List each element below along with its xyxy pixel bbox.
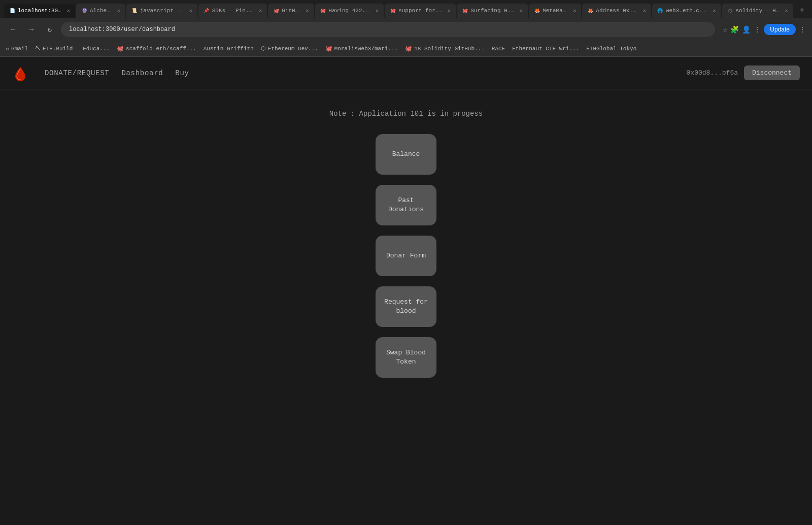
update-button[interactable]: Update (764, 24, 796, 35)
tab-favicon: 🦊 (587, 8, 593, 14)
tab-label: Surfacing H... (470, 8, 515, 14)
bookmark-austin[interactable]: Austin Griffith (204, 46, 254, 52)
tab-javascript[interactable]: 📜 javascript -... ✕ (126, 4, 197, 18)
tab-label: support for... (398, 8, 443, 14)
bookmark-scaffold[interactable]: 🐙 scaffold-eth/scaff... (117, 45, 196, 52)
tab-close-icon[interactable]: ✕ (259, 8, 262, 14)
tab-close-icon[interactable]: ✕ (643, 8, 646, 14)
bookmark-race[interactable]: RACE (492, 46, 505, 52)
bookmark-label: Austin Griffith (204, 46, 254, 52)
bookmark-icon: 🐙 (405, 45, 412, 52)
bookmark-label: scaffold-eth/scaff... (126, 46, 196, 52)
note-text: Note : Application 101 is in progess (329, 110, 483, 118)
forward-button[interactable]: → (24, 22, 39, 37)
bookmark-icon: ✉ (6, 46, 9, 52)
bookmark-moralis[interactable]: 🐙 MoralisWeb3/mati... (325, 45, 398, 52)
tab-close-icon[interactable]: ✕ (448, 8, 451, 14)
tab-close-icon[interactable]: ✕ (189, 8, 192, 14)
bookmark-icon[interactable]: ☆ (723, 25, 727, 34)
tab-label: javascript -... (140, 8, 185, 14)
bookmark-label: Ethernaut CTF Wri... (512, 46, 579, 52)
app-logo (12, 65, 28, 81)
tab-favicon: 📌 (204, 8, 210, 14)
bookmark-icon: ⬡ (261, 45, 266, 52)
address-bar-row: ← → ↻ localhost:3000/user/dashboard ☆ 🧩 … (0, 18, 812, 41)
tab-favicon: 🐙 (320, 8, 326, 14)
bookmark-icon: 🐙 (117, 45, 124, 52)
request-blood-button[interactable]: Request for blood (376, 286, 436, 327)
bookmark-label: ETHGlobal Tokyo (586, 46, 636, 52)
nav-dashboard[interactable]: Dashboard (121, 69, 163, 77)
refresh-button[interactable]: ↻ (43, 22, 57, 37)
tab-close-icon[interactable]: ✕ (573, 8, 576, 14)
tab-favicon: 🌐 (657, 8, 663, 14)
tab-bar: 📄 localhost:3000 ✕ 🔮 Alchemy ✕ 📜 javascr… (0, 0, 812, 18)
tab-close-icon[interactable]: ✕ (520, 8, 523, 14)
tab-surfacing[interactable]: 🐙 Surfacing H... ✕ (457, 4, 528, 18)
settings-icon[interactable]: ⋮ (799, 25, 806, 34)
nav-buy[interactable]: Buy (175, 69, 189, 77)
balance-button[interactable]: Balance (376, 134, 436, 175)
tab-support[interactable]: 🐙 support for... ✕ (385, 4, 456, 18)
bookmark-label: RACE (492, 46, 505, 52)
bookmark-gmail[interactable]: ✉ Gmail (6, 46, 28, 52)
tab-close-icon[interactable]: ✕ (67, 8, 70, 14)
tab-favicon: 📄 (9, 8, 15, 14)
menu-icon[interactable]: ⋮ (754, 25, 761, 34)
blood-drop-icon (12, 65, 28, 81)
main-content: Note : Application 101 is in progess Bal… (0, 89, 812, 378)
tab-label: GitHub (282, 8, 301, 14)
tab-favicon: 🐙 (390, 8, 396, 14)
bookmark-icon: 🐙 (325, 45, 332, 52)
bookmark-solidity[interactable]: 🐙 18 Solidity GitHub... (405, 45, 485, 52)
tab-address[interactable]: 🦊 Address 0x... ✕ (582, 4, 651, 18)
tab-label: Address 0x... (596, 8, 638, 14)
swap-blood-token-button[interactable]: Swap Blood Token (376, 337, 436, 378)
tab-favicon: 🦊 (534, 8, 540, 14)
tab-close-icon[interactable]: ✕ (785, 8, 788, 14)
tab-close-icon[interactable]: ✕ (117, 8, 120, 14)
tab-label: SDKs - Pin... (212, 8, 255, 14)
nav-donate-request[interactable]: DONATE/REQUEST (45, 69, 109, 77)
nav-links: DONATE/REQUEST Dashboard Buy (45, 69, 687, 77)
disconnect-button[interactable]: Disconnect (744, 65, 800, 80)
tab-solidity[interactable]: ⬡ solidity - H... ✕ (722, 4, 793, 18)
tab-github[interactable]: 🐙 GitHub ✕ (268, 4, 314, 18)
bookmark-ethernaut[interactable]: Ethernaut CTF Wri... (512, 46, 579, 52)
profile-icon[interactable]: 👤 (742, 25, 751, 34)
tab-close-icon[interactable]: ✕ (306, 8, 309, 14)
address-bar[interactable]: localhost:3000/user/dashboard (61, 22, 715, 37)
tab-label: Having 422... (329, 8, 371, 14)
app-navbar: DONATE/REQUEST Dashboard Buy 0x00d8...bf… (0, 57, 812, 89)
tab-close-icon[interactable]: ✕ (713, 8, 716, 14)
tab-favicon: 🔮 (81, 8, 87, 14)
address-text: localhost:3000/user/dashboard (69, 26, 175, 33)
tab-favicon: ⬡ (727, 8, 733, 14)
bookmark-ethereum-dev[interactable]: ⬡ Ethereum Dev... (261, 45, 318, 52)
browser-chrome: 📄 localhost:3000 ✕ 🔮 Alchemy ✕ 📜 javascr… (0, 0, 812, 57)
bookmarks-bar: ✉ Gmail ⛏ ETH.Build - Educa... 🐙 scaffol… (0, 41, 812, 57)
tab-localhost[interactable]: 📄 localhost:3000 ✕ (4, 4, 75, 18)
tab-having[interactable]: 🐙 Having 422... ✕ (315, 4, 384, 18)
dashboard-buttons: Balance Past Donations Donar Form Reques… (376, 134, 436, 378)
extension-icon[interactable]: 🧩 (730, 25, 739, 34)
bookmark-label: 18 Solidity GitHub... (414, 46, 485, 52)
tab-metamask[interactable]: 🦊 MetaMask ✕ (529, 4, 581, 18)
new-tab-button[interactable]: + (796, 5, 808, 17)
bookmark-label: Ethereum Dev... (268, 46, 318, 52)
bookmark-ethbuild[interactable]: ⛏ ETH.Build - Educa... (35, 45, 110, 52)
back-button[interactable]: ← (6, 22, 20, 37)
tab-alchemy[interactable]: 🔮 Alchemy ✕ (76, 4, 125, 18)
tab-sdks[interactable]: 📌 SDKs - Pin... ✕ (198, 4, 267, 18)
tab-label: MetaMask (543, 8, 568, 14)
tab-close-icon[interactable]: ✕ (376, 8, 379, 14)
tab-favicon: 🐙 (273, 8, 279, 14)
bookmark-label: MoralisWeb3/mati... (334, 46, 398, 52)
tab-label: solidity - H... (736, 8, 781, 14)
tab-web3eth[interactable]: 🌐 web3.eth.c... ✕ (652, 4, 721, 18)
donar-form-button[interactable]: Donar Form (376, 236, 436, 276)
tab-label: web3.eth.c... (666, 8, 708, 14)
address-bar-actions: ☆ 🧩 👤 ⋮ Update ⋮ (723, 24, 806, 35)
bookmark-ethglobal[interactable]: ETHGlobal Tokyo (586, 46, 636, 52)
past-donations-button[interactable]: Past Donations (376, 185, 436, 225)
